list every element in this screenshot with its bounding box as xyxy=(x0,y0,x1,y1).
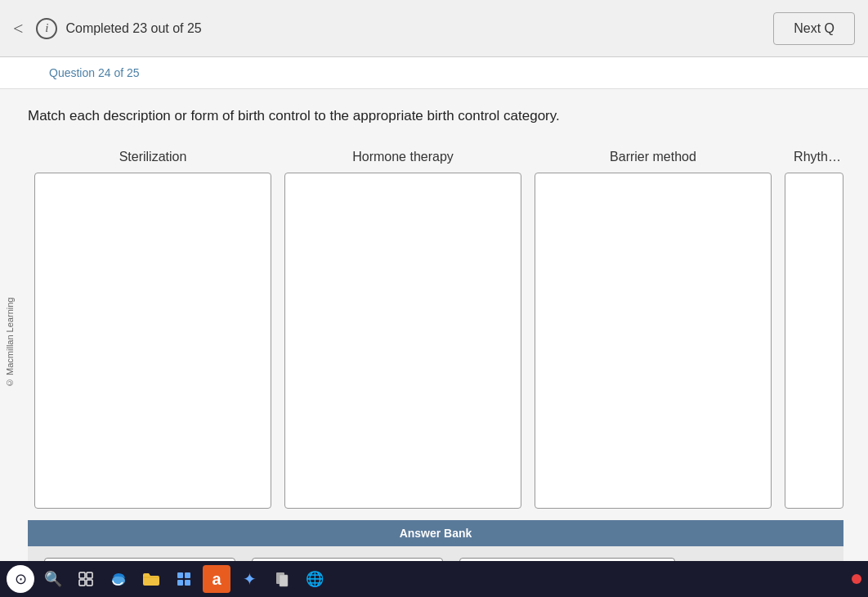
category-hormone-therapy: Hormone therapy xyxy=(278,150,528,509)
search-taskbar-icon[interactable]: 🔍 xyxy=(39,565,67,593)
answer-bank-title: Answer Bank xyxy=(41,527,830,540)
drop-zone-hormone-therapy[interactable] xyxy=(284,173,521,509)
taskview-icon[interactable] xyxy=(72,565,100,593)
next-button[interactable]: Next Q xyxy=(773,12,855,45)
svg-rect-1 xyxy=(87,572,92,578)
notification-dot xyxy=(852,574,861,584)
taskbar: ⊙ 🔍 a ✦ xyxy=(0,561,868,597)
question-text: Match each description or form of birth … xyxy=(28,105,843,127)
store-icon[interactable] xyxy=(170,565,198,593)
drop-zone-sterilization[interactable] xyxy=(34,173,271,509)
category-sterilization: Sterilization xyxy=(28,150,278,509)
edge-icon[interactable] xyxy=(105,565,132,593)
main-content: © Macmillan Learning Match each descript… xyxy=(0,89,868,596)
category-label-barrier-method: Barrier method xyxy=(610,150,696,164)
categories-row: Sterilization Hormone therapy Barrier me… xyxy=(28,150,843,509)
category-label-sterilization: Sterilization xyxy=(119,150,187,164)
folder-icon[interactable] xyxy=(137,565,165,593)
copyright-label: © Macmillan Learning xyxy=(0,89,20,596)
content-area: Match each description or form of birth … xyxy=(20,89,868,596)
plus-icon[interactable]: ✦ xyxy=(235,565,263,593)
category-rhythm: Rhyth… xyxy=(778,150,843,509)
question-number: Question 24 of 25 xyxy=(49,66,140,79)
category-barrier-method: Barrier method xyxy=(528,150,778,509)
files-icon[interactable] xyxy=(268,565,296,593)
svg-rect-6 xyxy=(185,572,190,578)
answer-bank-header: Answer Bank xyxy=(28,520,843,546)
svg-rect-10 xyxy=(280,575,288,586)
category-label-rhythm: Rhyth… xyxy=(785,150,850,164)
question-bar: Question 24 of 25 xyxy=(0,57,868,89)
taskbar-right xyxy=(852,574,861,584)
back-button[interactable]: < xyxy=(13,18,23,39)
category-label-hormone-therapy: Hormone therapy xyxy=(352,150,454,164)
svg-rect-2 xyxy=(79,580,85,586)
info-icon[interactable]: i xyxy=(36,18,57,39)
top-bar: < i Completed 23 out of 25 Next Q xyxy=(0,0,868,57)
svg-rect-7 xyxy=(177,580,183,586)
drop-zone-barrier-method[interactable] xyxy=(535,173,772,509)
svg-rect-8 xyxy=(185,580,190,586)
amazon-icon[interactable]: a xyxy=(203,565,230,593)
globe-icon[interactable]: 🌐 xyxy=(301,565,329,593)
drop-zone-rhythm[interactable] xyxy=(785,173,843,509)
svg-rect-5 xyxy=(177,572,183,578)
svg-rect-0 xyxy=(79,572,85,578)
top-bar-left: < i Completed 23 out of 25 xyxy=(13,18,202,39)
start-button[interactable]: ⊙ xyxy=(7,565,34,593)
svg-rect-3 xyxy=(87,580,92,586)
progress-text: Completed 23 out of 25 xyxy=(65,21,201,36)
